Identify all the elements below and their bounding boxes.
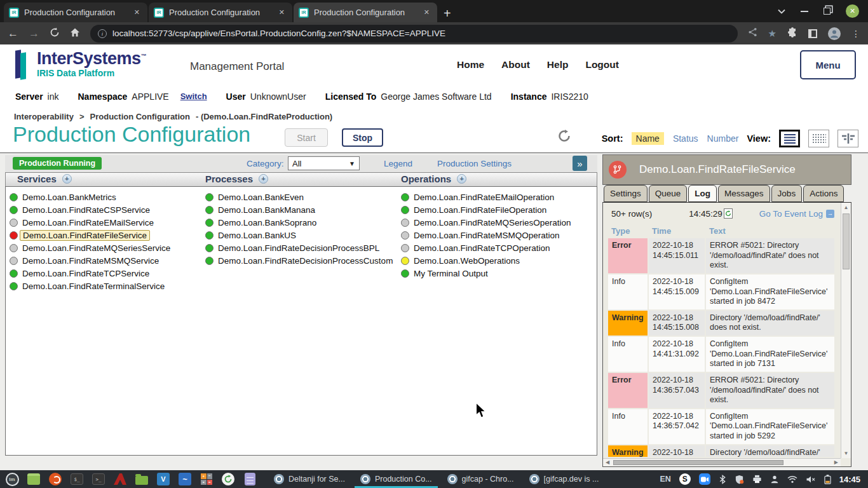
item-name[interactable]: Demo.Loan.BankUS xyxy=(218,231,296,240)
battery-icon[interactable] xyxy=(824,475,831,484)
item-name[interactable]: Demo.Loan.FindRateEMailService xyxy=(22,218,154,227)
menu-button[interactable]: Menu xyxy=(800,50,856,79)
legend-link[interactable]: Legend xyxy=(384,159,412,168)
mint-menu-icon[interactable]: lm xyxy=(5,472,19,486)
sort-option-name[interactable]: Name xyxy=(632,132,664,145)
item-name[interactable]: Demo.Loan.WebOperations xyxy=(414,256,520,266)
tab-close-icon[interactable]: ✕ xyxy=(132,7,142,18)
list-item[interactable]: Demo.Loan.BankSoprano xyxy=(205,216,393,229)
add-service-button[interactable]: + xyxy=(62,174,72,184)
list-item[interactable]: Demo.Loan.FindRateEMailOperation xyxy=(401,191,571,203)
share-icon[interactable] xyxy=(748,27,757,39)
horizontal-scroll-thumb[interactable] xyxy=(613,460,783,465)
list-item[interactable]: Demo.Loan.FindRateMSMQService xyxy=(10,254,170,267)
bluetooth-icon[interactable] xyxy=(719,475,726,484)
add-processe-button[interactable]: + xyxy=(259,174,268,184)
list-item[interactable]: Demo.Loan.FindRateFileOperation xyxy=(401,203,571,216)
keyboard-layout-indicator[interactable]: EN xyxy=(660,475,670,484)
browser-tab[interactable]: IRProduction Configuration✕ xyxy=(4,3,147,22)
reload-icon[interactable] xyxy=(50,27,60,39)
item-name[interactable]: Demo.Loan.FindRateTCPOperation xyxy=(414,243,550,253)
panel-tab-log[interactable]: Log xyxy=(688,185,717,202)
list-item[interactable]: Demo.Loan.FindRateTCPOperation xyxy=(401,241,571,254)
start-button[interactable]: Start xyxy=(285,128,328,147)
taskbar-window-button[interactable]: Deltanji for Se... xyxy=(268,470,351,488)
item-name[interactable]: Demo.Loan.FindRateDecisionProcessBPL xyxy=(218,243,379,253)
item-name[interactable]: Demo.Loan.BankManana xyxy=(218,205,315,215)
browser-tab[interactable]: IRProduction Configuration✕ xyxy=(149,3,292,22)
split-view-button[interactable] xyxy=(837,130,858,147)
clock[interactable]: 14:45 xyxy=(839,475,860,484)
red-app-icon[interactable] xyxy=(113,472,127,486)
go-to-event-log-link[interactable]: Go To Event Log → xyxy=(759,209,834,219)
panel-tab-queue[interactable]: Queue xyxy=(649,185,688,202)
back-icon[interactable]: ← xyxy=(8,28,18,39)
horizontal-scrollbar[interactable]: ◀ ▶ xyxy=(603,458,841,466)
scroll-right-icon[interactable]: ▶ xyxy=(834,459,838,465)
namespace-switch-link[interactable]: Switch xyxy=(180,92,207,101)
terminal-dollar-icon[interactable]: $_ xyxy=(70,472,84,486)
item-name[interactable]: Demo.Loan.BankEven xyxy=(218,193,304,202)
minimize-icon[interactable] xyxy=(801,11,808,12)
wifi-icon[interactable] xyxy=(787,475,797,484)
list-item[interactable]: Demo.Loan.BankUS xyxy=(205,229,393,241)
nav-link-help[interactable]: Help xyxy=(547,59,569,71)
item-name[interactable]: Demo.Loan.FindRateDecisionProcessCustom xyxy=(218,256,393,266)
item-name[interactable]: Demo.Loan.FindRateMQSeriesOperation xyxy=(414,218,571,227)
sort-option-number[interactable]: Number xyxy=(707,133,739,144)
item-name[interactable]: My Terminal Output xyxy=(414,269,488,278)
tab-close-icon[interactable]: ✕ xyxy=(421,7,432,18)
panel-tab-jobs[interactable]: Jobs xyxy=(771,185,803,202)
item-name[interactable]: Demo.Loan.FindRateMQSeriesService xyxy=(22,243,170,253)
calculator-icon[interactable]: +−×= xyxy=(200,472,214,486)
orange-app-icon[interactable] xyxy=(48,472,62,486)
shield-icon[interactable] xyxy=(735,475,744,484)
item-name[interactable]: Demo.Loan.FindRateTerminalService xyxy=(22,281,165,291)
nav-link-about[interactable]: About xyxy=(501,59,530,71)
new-tab-button[interactable]: + xyxy=(444,7,451,20)
list-item[interactable]: Demo.Loan.FindRateDecisionProcessBPL xyxy=(205,241,393,254)
item-name[interactable]: Demo.Loan.FindRateEMailOperation xyxy=(414,193,554,202)
tab-search-chevron-icon[interactable] xyxy=(778,9,785,14)
list-item[interactable]: Demo.Loan.FindRateTCPService xyxy=(10,267,170,280)
vscode-icon[interactable]: V xyxy=(156,472,170,486)
refresh-log-icon[interactable] xyxy=(724,208,733,219)
list-item[interactable]: Demo.Loan.FindRateDecisionProcessCustom xyxy=(205,254,393,267)
item-name[interactable]: Demo.Loan.FindRateCSPService xyxy=(22,205,150,215)
list-item[interactable]: Demo.Loan.BankMetrics xyxy=(10,191,170,203)
item-name[interactable]: Demo.Loan.FindRateTCPService xyxy=(22,269,149,278)
site-info-icon[interactable]: i xyxy=(98,29,107,38)
panel-tab-messages[interactable]: Messages xyxy=(718,185,770,202)
list-item[interactable]: Demo.Loan.FindRateMQSeriesOperation xyxy=(401,216,571,229)
panel-tab-settings[interactable]: Settings xyxy=(604,185,648,202)
wave-app-icon[interactable]: ~ xyxy=(178,472,192,486)
list-item[interactable]: Demo.Loan.FindRateCSPService xyxy=(10,203,170,216)
taskbar-window-button[interactable]: Production Co... xyxy=(355,470,438,488)
notes-icon[interactable] xyxy=(243,472,257,486)
files-folder-icon[interactable] xyxy=(135,472,149,486)
list-item[interactable]: Demo.Loan.BankManana xyxy=(205,203,393,216)
window-manager-icon[interactable] xyxy=(27,472,41,486)
nav-link-home[interactable]: Home xyxy=(457,59,484,71)
stop-button[interactable]: Stop xyxy=(342,128,383,147)
user-icon[interactable] xyxy=(770,475,779,484)
item-name[interactable]: Demo.Loan.BankMetrics xyxy=(22,193,116,202)
url-bar[interactable]: i localhost:52773/csp/applive/EnsPortal.… xyxy=(90,25,738,43)
vertical-scroll-thumb[interactable] xyxy=(843,214,850,269)
breadcrumb-root[interactable]: Interoperability xyxy=(14,112,74,121)
volume-muted-icon[interactable] xyxy=(806,475,816,484)
browser-tab[interactable]: IRProduction Configuration✕ xyxy=(294,3,437,22)
grid-view-button[interactable] xyxy=(808,130,829,147)
list-view-button[interactable] xyxy=(779,130,800,147)
panel-tab-actions[interactable]: Actions xyxy=(803,185,844,202)
browser-menu-icon[interactable]: ⋮ xyxy=(851,29,860,39)
taskbar-window-button[interactable]: [gifcap.dev is ... xyxy=(524,470,605,488)
item-name[interactable]: Demo.Loan.FindRateMSMQOperation xyxy=(414,231,560,240)
list-item[interactable]: Demo.Loan.FindRateEMailService xyxy=(10,216,170,229)
sidebar-icon[interactable] xyxy=(808,29,817,38)
list-item[interactable]: Demo.Loan.WebOperations xyxy=(401,254,571,267)
home-icon[interactable] xyxy=(70,27,80,39)
production-settings-link[interactable]: Production Settings xyxy=(437,159,512,168)
skype-icon[interactable]: S xyxy=(679,473,691,485)
expand-ribbon-button[interactable]: » xyxy=(573,156,587,171)
